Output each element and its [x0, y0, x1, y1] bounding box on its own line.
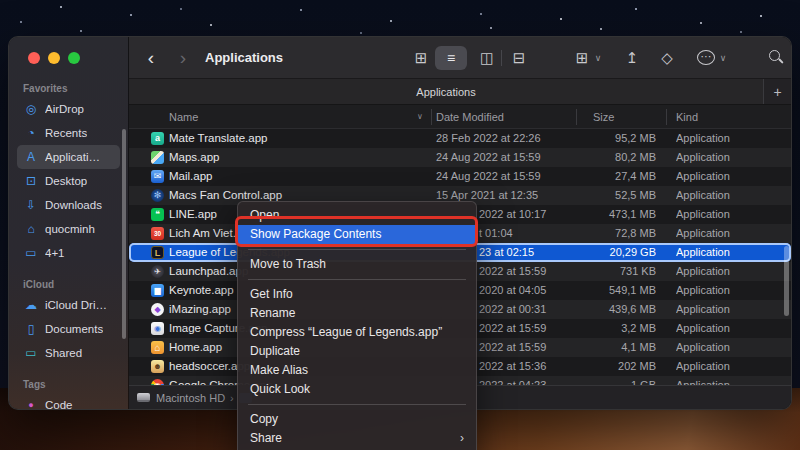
menu-item-label: Rename — [250, 304, 295, 323]
menu-item[interactable]: Share › — [238, 429, 476, 448]
column-divider[interactable] — [666, 109, 667, 125]
window-controls — [28, 52, 80, 64]
file-size: 1 GB — [556, 376, 656, 385]
menu-separator — [248, 249, 466, 250]
file-kind: Application — [676, 338, 776, 357]
app-icon — [151, 151, 164, 164]
sidebar-item[interactable]: ◔ Recents — [17, 121, 120, 145]
sidebar-item-icon: ⊡ — [23, 174, 39, 188]
sort-indicator-icon: ∨ — [417, 105, 423, 129]
sidebar-scrollbar[interactable] — [122, 129, 126, 339]
app-icon: a — [151, 132, 164, 145]
wallpaper-stars — [60, 6, 62, 8]
list-header: Name ∨ Date Modified Size Kind — [129, 105, 791, 129]
menu-entry: Get Info — [238, 285, 476, 304]
menu-item-label: Quick Look — [250, 380, 310, 399]
menu-entry: Rename — [238, 304, 476, 323]
submenu-arrow-icon: › — [460, 429, 464, 448]
more-options-button[interactable]: ⋯ — [697, 50, 715, 65]
file-row[interactable]: a Mate Translate.app 28 Feb 2022 at 22:2… — [129, 129, 791, 148]
menu-entry — [238, 249, 476, 250]
sidebar-section-favorites: Favorites ◎ AirDrop ◔ Recents A Applicat… — [17, 81, 120, 265]
file-size: 95,2 MB — [556, 129, 656, 148]
app-icon: 30 — [151, 227, 164, 240]
sidebar-item[interactable]: ⇩ Downloads — [17, 193, 120, 217]
zoom-button[interactable] — [68, 52, 80, 64]
column-divider[interactable] — [576, 109, 577, 125]
tab-applications[interactable]: Applications — [129, 79, 763, 104]
close-button[interactable] — [28, 52, 40, 64]
file-size: 4,1 MB — [556, 338, 656, 357]
menu-item[interactable]: Compress “League of Legends.app” — [238, 323, 476, 342]
file-kind: Application — [676, 205, 776, 224]
sidebar-item[interactable]: ⊡ Desktop — [17, 169, 120, 193]
sidebar-item-label: Documents — [45, 323, 103, 335]
sidebar-item[interactable]: ☁ iCloud Dri… — [17, 293, 120, 317]
menu-item-label: Duplicate — [250, 342, 300, 361]
chevron-down-icon[interactable]: ∨ — [718, 37, 728, 79]
column-header-kind[interactable]: Kind — [676, 105, 698, 129]
gallery-view-button[interactable]: ⊟ — [509, 37, 529, 79]
list-scrollbar[interactable] — [784, 246, 789, 316]
back-button[interactable]: ‹ — [141, 37, 161, 79]
sidebar-item-icon: ◔ — [23, 126, 39, 140]
forward-button[interactable]: › — [173, 37, 193, 79]
sidebar-item-icon: ▭ — [23, 246, 39, 260]
sidebar-item-label: Recents — [45, 127, 87, 139]
sidebar-item-icon: ☁ — [23, 298, 39, 312]
menu-entry: Share › — [238, 429, 476, 448]
sidebar-item[interactable]: ▭ Shared — [17, 341, 120, 365]
sidebar-item[interactable]: ◎ AirDrop — [17, 97, 120, 121]
file-size: 80,2 MB — [556, 148, 656, 167]
sidebar-item-label: AirDrop — [45, 103, 84, 115]
section-label: iCloud — [17, 277, 120, 293]
file-kind: Application — [676, 357, 776, 376]
sidebar-item-icon: ⌂ — [23, 222, 39, 236]
sidebar-item[interactable]: ⌂ quocminh — [17, 217, 120, 241]
file-row[interactable]: Maps.app 24 Aug 2022 at 15:59 80,2 MB Ap… — [129, 148, 791, 167]
column-header-size[interactable]: Size — [593, 105, 614, 129]
column-header-name[interactable]: Name — [169, 105, 198, 129]
menu-item[interactable]: Rename — [238, 304, 476, 323]
tag-button[interactable]: ◇ — [658, 37, 676, 79]
column-header-date[interactable]: Date Modified — [436, 105, 504, 129]
search-icon[interactable] — [769, 50, 780, 61]
menu-item[interactable]: Get Info — [238, 285, 476, 304]
menu-item-label: Copy — [250, 410, 278, 429]
chevron-down-icon[interactable]: ∨ — [593, 37, 603, 79]
sidebar-item[interactable]: ▭ 4+1 — [17, 241, 120, 265]
group-by-icon[interactable]: ⊞ — [573, 37, 591, 79]
menu-item[interactable]: Move to Trash — [238, 255, 476, 274]
menu-item[interactable]: Open — [238, 206, 476, 225]
list-view-button[interactable]: ≡ — [435, 46, 467, 70]
path-item-device[interactable]: Macintosh HD — [156, 392, 225, 404]
column-view-button[interactable]: ◫ — [477, 37, 497, 79]
new-tab-button[interactable]: + — [763, 79, 791, 104]
column-divider[interactable] — [431, 109, 432, 125]
sidebar-item[interactable]: ▯ Documents — [17, 317, 120, 341]
sidebar-item[interactable]: ● Code — [17, 393, 120, 410]
file-kind: Application — [676, 262, 776, 281]
sidebar-section-tags: Tags ● Code — [17, 377, 120, 410]
file-kind: Application — [676, 319, 776, 338]
share-button[interactable]: ↥ — [623, 37, 641, 79]
menu-item[interactable]: Quick Look — [238, 380, 476, 399]
menu-item[interactable]: Duplicate — [238, 342, 476, 361]
menu-item[interactable]: Copy — [238, 410, 476, 429]
file-size: 473,1 MB — [556, 205, 656, 224]
context-menu: Open Show Package Contents Move to Trash — [237, 201, 477, 450]
icon-view-button[interactable]: ⊞ — [411, 37, 431, 79]
file-size: 20,29 GB — [556, 243, 656, 262]
menu-item-label: Compress “League of Legends.app” — [250, 323, 442, 342]
menu-item[interactable]: Make Alias — [238, 361, 476, 380]
file-name: Mail.app — [169, 167, 431, 186]
file-size: 439,6 MB — [556, 300, 656, 319]
sidebar-item[interactable]: A Applicati… — [17, 145, 120, 169]
file-kind: Application — [676, 243, 776, 262]
menu-entry: Quick Look — [238, 380, 476, 399]
minimize-button[interactable] — [48, 52, 60, 64]
file-row[interactable]: ✉ Mail.app 24 Aug 2022 at 15:59 27,4 MB … — [129, 167, 791, 186]
menu-item[interactable]: Show Package Contents — [238, 225, 476, 244]
file-kind: Application — [676, 281, 776, 300]
app-icon: ❝ — [151, 208, 164, 221]
